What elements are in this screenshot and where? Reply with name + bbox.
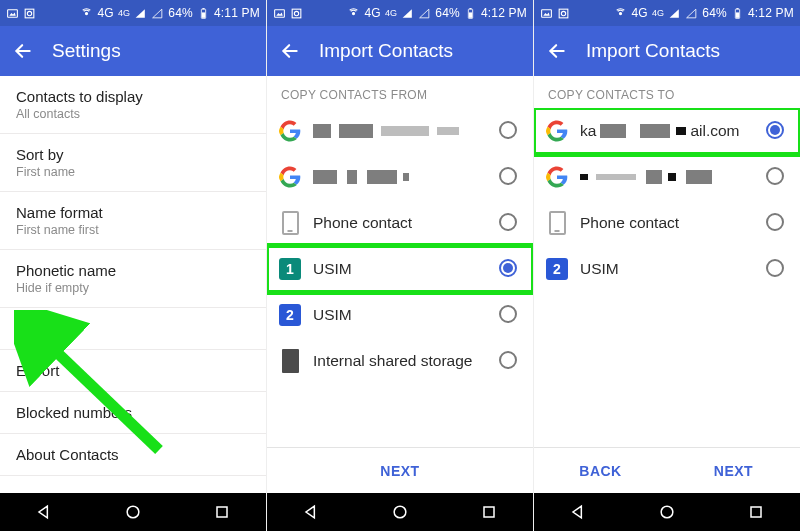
clock-label: 4:11 PM — [214, 6, 260, 20]
setting-blocked-numbers[interactable]: Blocked numbers — [0, 392, 266, 434]
dest-usim-2[interactable]: 2 USIM — [534, 246, 800, 292]
source-usim2-label: USIM — [313, 306, 489, 324]
setting-export[interactable]: Export — [0, 350, 266, 392]
sim2-icon: 2 — [544, 256, 570, 282]
radio-button[interactable] — [499, 351, 519, 371]
signal-icon — [134, 7, 147, 20]
svg-point-3 — [27, 11, 31, 15]
next-button[interactable]: NEXT — [267, 448, 533, 493]
back-button[interactable] — [546, 40, 568, 62]
radio-button[interactable] — [766, 167, 786, 187]
svg-point-4 — [86, 12, 88, 14]
clock-label: 4:12 PM — [748, 6, 794, 20]
svg-rect-9 — [202, 12, 205, 17]
battery-label: 64% — [435, 6, 460, 20]
radio-button[interactable] — [499, 167, 519, 187]
next-button[interactable]: NEXT — [667, 448, 800, 493]
battery-label: 64% — [168, 6, 193, 20]
source-google-1[interactable] — [267, 108, 533, 154]
status-bar: 4G 4G 64% 4:12 PM — [534, 0, 800, 26]
clock-label: 4:12 PM — [481, 6, 527, 20]
section-caption: COPY CONTACTS FROM — [267, 76, 533, 108]
svg-rect-27 — [484, 507, 494, 517]
svg-marker-10 — [39, 506, 47, 518]
google-icon — [544, 164, 570, 190]
source-phone-contact[interactable]: Phone contact — [267, 200, 533, 246]
setting-import[interactable]: Import — [0, 308, 266, 350]
svg-marker-38 — [573, 506, 581, 518]
nav-bar — [534, 493, 800, 531]
svg-point-26 — [394, 506, 406, 518]
source-usim-2[interactable]: 2 USIM — [267, 292, 533, 338]
nav-back[interactable] — [565, 499, 591, 525]
nav-bar — [267, 493, 533, 531]
radio-button[interactable] — [766, 259, 786, 279]
target-icon — [557, 7, 570, 20]
svg-marker-29 — [543, 12, 550, 15]
source-usim1-label: USIM — [313, 260, 489, 278]
svg-marker-21 — [420, 9, 429, 18]
back-text-button[interactable]: BACK — [534, 448, 667, 493]
svg-rect-12 — [217, 507, 227, 517]
svg-marker-33 — [670, 9, 679, 18]
radio-button[interactable] — [499, 305, 519, 325]
sim2-icon: 2 — [277, 302, 303, 328]
radio-button[interactable] — [766, 121, 786, 141]
google-icon — [544, 118, 570, 144]
battery-label: 64% — [702, 6, 727, 20]
nav-recent[interactable] — [476, 499, 502, 525]
svg-point-32 — [620, 12, 622, 14]
radio-button[interactable] — [766, 213, 786, 233]
nav-home[interactable] — [387, 499, 413, 525]
svg-marker-20 — [403, 9, 412, 18]
appbar: Import Contacts — [534, 26, 800, 76]
source-usim-1[interactable]: 1 USIM — [267, 246, 533, 292]
signal-icon-2 — [685, 7, 698, 20]
svg-point-31 — [561, 11, 565, 15]
google-icon — [277, 164, 303, 190]
svg-marker-16 — [276, 12, 283, 15]
nav-back[interactable] — [298, 499, 324, 525]
status-bar: 4G 4G 64% 4:12 PM — [267, 0, 533, 26]
nav-home[interactable] — [654, 499, 680, 525]
radio-button[interactable] — [499, 259, 519, 279]
setting-contacts-display[interactable]: Contacts to display All contacts — [0, 76, 266, 134]
svg-rect-37 — [736, 12, 739, 17]
sim1-icon: 1 — [277, 256, 303, 282]
setting-about-contacts[interactable]: About Contacts — [0, 434, 266, 476]
battery-icon — [464, 7, 477, 20]
radio-button[interactable] — [499, 213, 519, 233]
back-button[interactable] — [279, 40, 301, 62]
appbar: Import Contacts — [267, 26, 533, 76]
source-internal-storage[interactable]: Internal shared storage — [267, 338, 533, 384]
radio-button[interactable] — [499, 121, 519, 141]
source-google-2[interactable] — [267, 154, 533, 200]
hotspot-icon — [347, 7, 360, 20]
source-internal-label: Internal shared storage — [313, 352, 489, 370]
source-google-1-label — [313, 124, 489, 138]
target-icon — [23, 7, 36, 20]
setting-phonetic-name[interactable]: Phonetic name Hide if empty — [0, 250, 266, 308]
signal-icon — [401, 7, 414, 20]
setting-name-format[interactable]: Name format First name first — [0, 192, 266, 250]
network-small: 4G — [385, 8, 397, 18]
svg-rect-8 — [202, 8, 204, 9]
google-icon — [277, 118, 303, 144]
dest-google-1[interactable]: ka ail.com — [534, 108, 800, 154]
destination-list: ka ail.com Phone contact — [534, 108, 800, 447]
dest-google-1-label: ka ail.com — [580, 122, 756, 140]
nav-home[interactable] — [120, 499, 146, 525]
nav-back[interactable] — [31, 499, 57, 525]
dest-usim2-label: USIM — [580, 260, 756, 278]
setting-sort-by[interactable]: Sort by First name — [0, 134, 266, 192]
bottom-bar: BACK NEXT — [534, 447, 800, 493]
svg-rect-36 — [736, 8, 738, 9]
nav-recent[interactable] — [743, 499, 769, 525]
nav-recent[interactable] — [209, 499, 235, 525]
back-button[interactable] — [12, 40, 34, 62]
bottom-bar: NEXT — [267, 447, 533, 493]
dest-phone-contact[interactable]: Phone contact — [534, 200, 800, 246]
dest-google-2[interactable] — [534, 154, 800, 200]
status-bar: 4G 4G 64% 4:11 PM — [0, 0, 266, 26]
svg-rect-24 — [469, 12, 472, 17]
